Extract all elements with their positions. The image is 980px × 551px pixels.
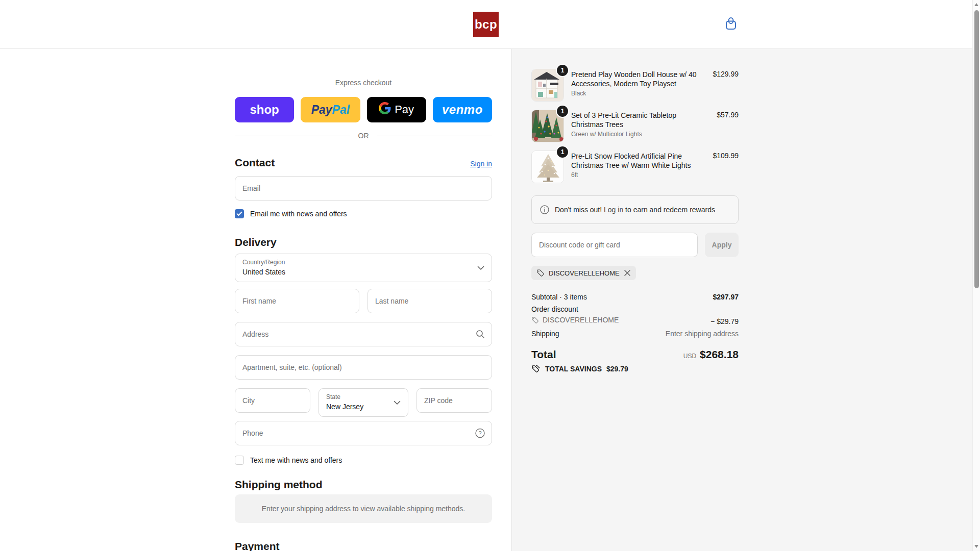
gpay-label: Pay xyxy=(395,103,414,116)
country-label: Country/Region xyxy=(242,259,484,266)
item-title: Set of 3 Pre-Lit Ceramic Tabletop Christ… xyxy=(571,111,709,129)
zip-field[interactable] xyxy=(416,388,492,413)
order-discount-label: Order discount xyxy=(531,305,578,313)
shipping-row: Shipping Enter shipping address xyxy=(531,330,739,338)
discount-code-input[interactable] xyxy=(532,233,697,257)
shipping-value: Enter shipping address xyxy=(666,330,739,338)
total-savings-row: TOTAL SAVINGS $29.79 xyxy=(531,364,739,373)
shipping-method-notice: Enter your shipping address to view avai… xyxy=(235,494,492,523)
item-title: Pretend Play Wooden Doll House w/ 40 Acc… xyxy=(571,70,705,88)
cart-item: 1 Pretend Play Wooden Doll House w/ 40 A… xyxy=(531,69,739,102)
country-select[interactable]: Country/Region United States xyxy=(235,254,492,282)
item-price: $129.99 xyxy=(713,69,739,102)
email-news-checkbox[interactable] xyxy=(235,209,244,218)
last-name-field[interactable] xyxy=(368,289,492,313)
remove-discount-icon[interactable] xyxy=(624,269,631,277)
state-select[interactable]: State New Jersey xyxy=(318,388,408,417)
chevron-down-icon xyxy=(477,263,484,272)
apply-discount-button[interactable]: Apply xyxy=(705,233,739,257)
address-input[interactable] xyxy=(235,322,492,346)
google-g-icon xyxy=(379,102,391,117)
check-icon xyxy=(236,210,242,218)
discount-code-label: DISCOVERELLEHOME xyxy=(543,316,619,324)
phone-field[interactable]: ? xyxy=(235,421,492,445)
scroll-down-arrow[interactable] xyxy=(974,545,978,548)
address-field[interactable] xyxy=(235,322,492,346)
email-field[interactable] xyxy=(235,176,492,201)
quantity-badge: 1 xyxy=(557,146,568,158)
header: bcp xyxy=(0,0,972,49)
item-price: $57.99 xyxy=(717,110,739,142)
cart-item: 1 Set of 3 Pre-Lit Ceramic Tabletop Chri… xyxy=(531,110,739,142)
savings-label: TOTAL SAVINGS xyxy=(545,365,602,373)
payment-heading: Payment xyxy=(235,540,492,551)
item-variant: Black xyxy=(571,90,705,97)
info-icon xyxy=(540,205,549,214)
scroll-up-arrow[interactable] xyxy=(974,3,978,6)
checkout-form-column: Express checkout shop PayPal xyxy=(0,49,512,551)
cart-item: 1 Pre-Lit Snow Flocked Artificial Pine C… xyxy=(531,151,739,183)
applied-code-label: DISCOVERELLEHOME xyxy=(549,269,620,277)
discount-code-field[interactable] xyxy=(531,233,698,257)
page-scrollbar[interactable] xyxy=(972,0,980,551)
paypal-label: Pay xyxy=(311,103,332,117)
scrollbar-thumb[interactable] xyxy=(974,10,979,288)
discount-amount: − $29.79 xyxy=(710,317,739,325)
item-price: $109.99 xyxy=(713,151,739,183)
order-discount-row: Order discount xyxy=(531,305,739,313)
contact-heading: Contact xyxy=(235,156,275,169)
svg-text:?: ? xyxy=(478,430,481,436)
total-label: Total xyxy=(531,348,556,361)
paypal-label-2: Pal xyxy=(332,103,350,117)
item-variant: 6ft xyxy=(571,171,705,179)
venmo-button[interactable]: venmo xyxy=(433,97,492,122)
sign-in-link[interactable]: Sign in xyxy=(470,160,492,168)
savings-value: $29.79 xyxy=(606,365,628,373)
applied-discount-chip: DISCOVERELLEHOME xyxy=(531,266,636,280)
rewards-text: Don't miss out! xyxy=(555,206,602,214)
help-icon[interactable]: ? xyxy=(475,429,485,438)
apartment-field[interactable] xyxy=(235,355,492,380)
paypal-button[interactable]: PayPal xyxy=(301,97,360,122)
tag-icon xyxy=(531,316,539,324)
first-name-field[interactable] xyxy=(235,289,359,313)
or-divider: OR xyxy=(235,131,492,140)
tag-icon xyxy=(536,269,545,277)
phone-input[interactable] xyxy=(235,421,492,445)
item-variant: Green w/ Multicolor Lights xyxy=(571,131,709,138)
rewards-text-2: to earn and redeem rewards xyxy=(625,206,715,214)
sms-news-label: Text me with news and offers xyxy=(250,456,342,464)
rewards-banner: Don't miss out! Log in to earn and redee… xyxy=(531,195,739,224)
first-name-input[interactable] xyxy=(235,289,359,313)
sms-news-checkbox[interactable] xyxy=(235,456,244,465)
email-news-label: Email me with news and offers xyxy=(250,210,347,218)
search-icon xyxy=(476,330,485,339)
country-value: United States xyxy=(242,267,484,277)
subtotal-label: Subtotal · 3 items xyxy=(531,293,587,301)
shopping-bag-icon xyxy=(723,16,739,34)
cart-button[interactable] xyxy=(721,14,741,35)
log-in-link[interactable]: Log in xyxy=(604,206,623,214)
email-input[interactable] xyxy=(235,177,492,200)
total-row: Total USD $268.18 xyxy=(531,348,739,361)
brand-logo[interactable]: bcp xyxy=(473,12,499,37)
apartment-input[interactable] xyxy=(235,356,492,379)
currency-code: USD xyxy=(683,353,696,360)
city-field[interactable] xyxy=(235,388,310,413)
google-pay-button[interactable]: Pay xyxy=(367,97,426,122)
express-checkout-title: Express checkout xyxy=(235,79,492,87)
shop-pay-label: shop xyxy=(250,103,279,117)
state-value: New Jersey xyxy=(326,402,401,412)
last-name-input[interactable] xyxy=(368,289,492,313)
delivery-heading: Delivery xyxy=(235,236,492,248)
state-label: State xyxy=(326,393,401,400)
tags-icon xyxy=(531,364,541,373)
city-input[interactable] xyxy=(235,389,310,412)
subtotal-row: Subtotal · 3 items $297.97 xyxy=(531,293,739,301)
discount-code-row: DISCOVERELLEHOME − $29.79 xyxy=(531,316,739,325)
quantity-badge: 1 xyxy=(557,65,568,76)
zip-input[interactable] xyxy=(417,389,492,412)
subtotal-value: $297.97 xyxy=(713,293,739,301)
chevron-down-icon xyxy=(394,398,401,407)
shop-pay-button[interactable]: shop xyxy=(235,97,294,122)
